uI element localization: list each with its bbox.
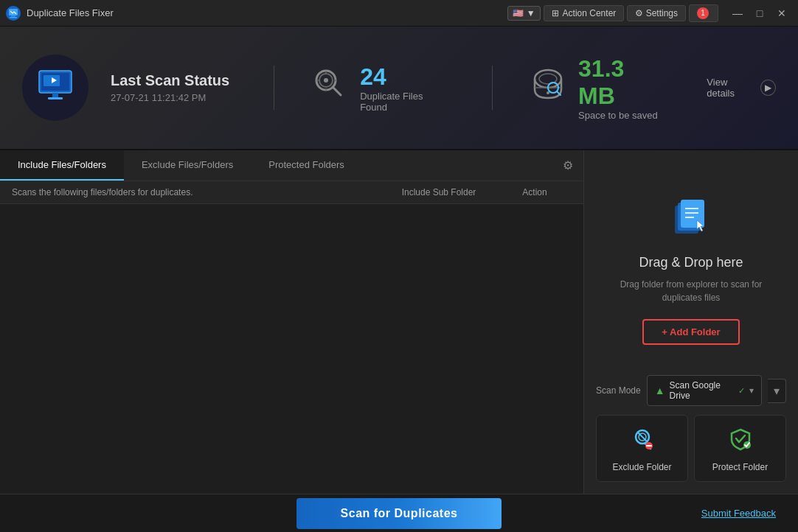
tab-exclude-files[interactable]: Exclude Files/Folders <box>124 150 251 181</box>
close-button[interactable]: ✕ <box>771 3 792 24</box>
hero-status-title: Last Scan Status <box>111 72 229 89</box>
scan-mode-check-icon: ✓ <box>738 386 745 396</box>
notification-button[interactable]: 1 <box>689 4 718 22</box>
drag-drop-icon <box>669 195 713 246</box>
svg-rect-3 <box>10 17 17 18</box>
app-logo <box>6 6 21 21</box>
tab-protected-folders-label: Protected Folders <box>268 159 344 170</box>
left-panel: Include Files/Folders Exclude Files/Fold… <box>0 150 584 494</box>
flag-label: 🇺🇸 ▼ <box>513 8 535 18</box>
add-folder-button[interactable]: + Add Folder <box>642 319 739 345</box>
bottom-bar: Scan for Duplicates Submit Feedback <box>0 494 798 532</box>
settings-button[interactable]: ⚙ Settings <box>627 5 686 21</box>
right-panel: Drag & Drop here Drag folder from explor… <box>584 150 798 494</box>
exclude-folder-card[interactable]: Exclude Folder <box>596 415 688 482</box>
table-header: Scans the following files/folders for du… <box>0 181 583 204</box>
table-body <box>0 204 583 494</box>
window-controls: — □ ✕ <box>727 3 792 24</box>
scan-mode-chevron-icon: ▾ <box>749 385 754 396</box>
table-col-path: Scans the following files/folders for du… <box>12 187 380 197</box>
protect-folder-label: Protect Folder <box>712 462 768 472</box>
view-details-label: View details <box>707 77 755 99</box>
hero-duplicates-stat: 24 Duplicate Files Found <box>311 63 448 113</box>
scan-mode-select[interactable]: ▲ Scan Google Drive ✓ ▾ <box>647 375 762 406</box>
view-details-arrow-icon: ▶ <box>760 80 776 96</box>
action-buttons: Exclude Folder Protect Folder <box>596 415 786 482</box>
drag-drop-title: Drag & Drop here <box>639 255 743 270</box>
settings-label: ⚙ Settings <box>635 8 678 18</box>
protect-folder-icon <box>729 427 752 456</box>
tab-protected-folders[interactable]: Protected Folders <box>251 150 362 181</box>
drag-drop-area[interactable]: Drag & Drop here Drag folder from explor… <box>596 165 786 375</box>
notification-badge: 1 <box>697 7 709 19</box>
scan-for-duplicates-button[interactable]: Scan for Duplicates <box>296 498 502 529</box>
scan-mode-row: Scan Mode ▲ Scan Google Drive ✓ ▾ ▾ <box>596 375 786 406</box>
tab-settings-icon[interactable]: ⚙ <box>552 151 583 180</box>
scan-mode-label: Scan Mode <box>596 385 641 396</box>
tab-exclude-files-label: Exclude Files/Folders <box>142 159 233 170</box>
svg-rect-8 <box>52 93 58 97</box>
google-drive-icon: ▲ <box>655 385 665 396</box>
action-center-button[interactable]: ⊞ Action Center <box>544 5 625 21</box>
action-center-icon: ⊞ <box>552 8 559 18</box>
hdd-icon <box>530 66 566 111</box>
titlebar: Duplicate Files Fixer 🇺🇸 ▼ ⊞ Action Cent… <box>0 0 798 27</box>
scan-icon <box>311 66 348 111</box>
main-area: Include Files/Folders Exclude Files/Fold… <box>0 150 798 494</box>
hero-section: Last Scan Status 27-07-21 11:21:42 PM 24… <box>0 27 798 150</box>
tabs: Include Files/Folders Exclude Files/Fold… <box>0 150 583 181</box>
protect-folder-card[interactable]: Protect Folder <box>694 415 786 482</box>
hero-divider <box>274 66 274 110</box>
tab-include-files-label: Include Files/Folders <box>18 159 106 170</box>
hero-duplicates-label: Duplicate Files Found <box>360 91 448 113</box>
action-center-label: Action Center <box>563 8 617 18</box>
exclude-folder-icon <box>631 427 654 456</box>
hero-status: Last Scan Status 27-07-21 11:21:42 PM <box>111 72 229 103</box>
scan-mode-dropdown-button[interactable]: ▾ <box>768 379 786 403</box>
drag-drop-subtitle: Drag folder from explorer to scan fordup… <box>620 278 763 304</box>
minimize-button[interactable]: — <box>727 3 748 24</box>
tab-include-files[interactable]: Include Files/Folders <box>0 150 124 181</box>
view-details-button[interactable]: View details ▶ <box>707 77 776 99</box>
svg-line-29 <box>638 433 647 441</box>
hero-divider-2 <box>492 66 493 110</box>
hero-status-date: 27-07-21 11:21:42 PM <box>111 92 229 103</box>
hero-space-label: Space to be saved <box>578 110 662 121</box>
table-col-subfolder: Include Sub Folder <box>380 187 498 197</box>
scan-google-drive-label: Scan Google Drive <box>670 380 731 401</box>
titlebar-controls: 🇺🇸 ▼ ⊞ Action Center ⚙ Settings 1 — □ ✕ <box>507 3 792 24</box>
hero-icon <box>22 55 89 121</box>
svg-rect-9 <box>48 97 63 99</box>
maximize-button[interactable]: □ <box>749 3 770 24</box>
svg-line-12 <box>333 87 341 95</box>
hero-duplicates-count: 24 <box>360 63 448 91</box>
hero-stat-space-info: 31.3 MB Space to be saved <box>578 55 662 121</box>
hero-stat-duplicates-info: 24 Duplicate Files Found <box>360 63 448 113</box>
exclude-folder-label: Exclude Folder <box>612 462 671 472</box>
svg-point-13 <box>324 78 328 83</box>
table-col-action: Action <box>498 187 572 197</box>
hero-space-count: 31.3 MB <box>578 55 662 110</box>
language-selector[interactable]: 🇺🇸 ▼ <box>507 6 540 21</box>
app-title: Duplicate Files Fixer <box>27 7 507 18</box>
hero-space-stat: 31.3 MB Space to be saved <box>530 55 662 121</box>
svg-rect-2 <box>11 15 15 17</box>
submit-feedback-link[interactable]: Submit Feedback <box>701 508 776 519</box>
